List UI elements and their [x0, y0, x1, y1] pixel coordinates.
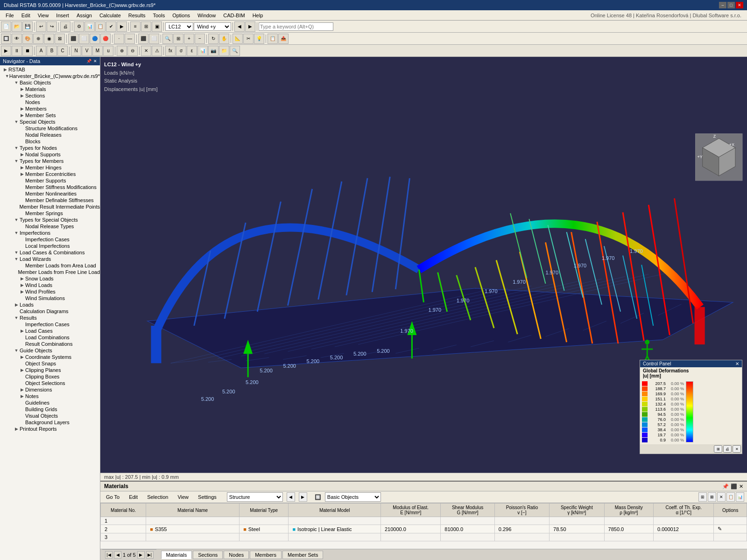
- expand-icon[interactable]: ▶: [19, 113, 25, 118]
- disp-btn-a[interactable]: A: [36, 46, 46, 56]
- prev-page-btn[interactable]: ◀: [114, 551, 121, 559]
- tree-item-background-layers[interactable]: Background Layers: [0, 419, 100, 426]
- expand-icon[interactable]: ▶: [19, 276, 25, 281]
- deselect-btn[interactable]: ⬜: [149, 34, 159, 44]
- render-btn[interactable]: 💡: [254, 34, 264, 44]
- next-page-btn[interactable]: ▶: [137, 551, 145, 559]
- del-btn[interactable]: ✕: [141, 46, 151, 56]
- tree-item-nodal-supports[interactable]: ▶Nodal Supports: [0, 151, 100, 158]
- anim-btn-3[interactable]: ⏹: [22, 46, 33, 56]
- menu-calculate[interactable]: Calculate: [96, 12, 125, 19]
- prev-lc-button[interactable]: ◀: [234, 21, 245, 32]
- menu-window[interactable]: Window: [194, 12, 219, 19]
- tree-item-member-supports[interactable]: Member Supports: [0, 177, 100, 184]
- edit-button[interactable]: Edit: [126, 493, 141, 501]
- expand-icon[interactable]: ▶: [19, 106, 25, 111]
- tree-item-building-grids[interactable]: Building Grids: [0, 406, 100, 413]
- tree-item-coordinate-systems[interactable]: ▶Coordinate Systems: [0, 354, 100, 360]
- warn-btn[interactable]: ⚠: [152, 46, 162, 56]
- search-input[interactable]: [259, 22, 333, 31]
- lc-type-selector[interactable]: Wind +y: [194, 22, 231, 31]
- bp-pin-icon[interactable]: 📌: [722, 483, 729, 490]
- view-btn-4[interactable]: 🔴: [100, 34, 111, 44]
- structure-filter[interactable]: Structure: [227, 492, 283, 502]
- display-btn-2[interactable]: 👁: [12, 34, 22, 44]
- tb-btn-2[interactable]: 📊: [85, 21, 95, 32]
- tree-item-clipping-boxes[interactable]: Clipping Boxes: [0, 373, 100, 380]
- new-button[interactable]: 📄: [1, 21, 11, 32]
- result-btn-1[interactable]: N: [71, 46, 81, 56]
- tab-member-sets[interactable]: Member Sets: [282, 551, 323, 559]
- filter-fwd-btn[interactable]: ▶: [299, 492, 307, 502]
- minimize-button[interactable]: –: [719, 2, 726, 8]
- view-btn-2[interactable]: ⬜: [79, 34, 89, 44]
- tree-item-sections[interactable]: ▶Sections: [0, 92, 100, 99]
- lc-selector[interactable]: LC12: [165, 22, 193, 31]
- bp-float-icon[interactable]: ⬛: [731, 483, 737, 490]
- menu-assign[interactable]: Assign: [73, 12, 96, 19]
- expand-icon[interactable]: ▶: [19, 87, 25, 91]
- zoom-fit-btn[interactable]: ⊞: [173, 34, 183, 44]
- tree-item-nodes[interactable]: Nodes: [0, 99, 100, 105]
- tree-item-snow-loads[interactable]: ▶Snow Loads: [0, 275, 100, 282]
- cp-btn-1[interactable]: ⊞: [714, 445, 722, 453]
- nav-pin-icon[interactable]: 📌: [86, 59, 92, 63]
- extra-btn-5[interactable]: 📷: [208, 46, 218, 56]
- tree-item-member-stiffness-modifications[interactable]: Member Stiffness Modifications: [0, 184, 100, 190]
- expand-icon[interactable]: ▼: [13, 80, 20, 85]
- result-btn-4[interactable]: u: [103, 46, 113, 56]
- expand-icon[interactable]: ▶: [19, 387, 25, 392]
- tree-item-member-eccentricities[interactable]: ▶Member Eccentricities: [0, 171, 100, 177]
- disp-btn-c[interactable]: C: [57, 46, 68, 56]
- expand-icon[interactable]: ▶: [19, 165, 25, 170]
- menu-insert[interactable]: Insert: [52, 12, 73, 19]
- zoom-out-btn[interactable]: −: [195, 34, 205, 44]
- section-btn[interactable]: ✂: [243, 34, 254, 44]
- rotate-btn[interactable]: ↻: [208, 34, 218, 44]
- expand-icon[interactable]: ▶: [2, 67, 8, 72]
- tree-item-types-for-members[interactable]: ▼Types for Members: [0, 158, 100, 164]
- extra-btn-4[interactable]: 📊: [197, 46, 208, 56]
- expand-icon[interactable]: ▼: [13, 315, 20, 320]
- tree-item-types-for-nodes[interactable]: ▼Types for Nodes: [0, 145, 100, 151]
- tree-item-special-objects[interactable]: ▼Special Objects: [0, 119, 100, 125]
- report-btn[interactable]: 📋: [268, 34, 278, 44]
- tree-item-nodal-release-types[interactable]: Nodal Release Types: [0, 223, 100, 230]
- expand-icon[interactable]: ▶: [13, 302, 20, 307]
- expand-icon[interactable]: ▼: [13, 159, 20, 163]
- tree-item-types-for-special-objects[interactable]: ▼Types for Special Objects: [0, 217, 100, 223]
- tb-btn-4[interactable]: ✔: [106, 21, 116, 32]
- objects-filter[interactable]: Basic Objects: [325, 492, 381, 502]
- display-btn-3[interactable]: 🎨: [22, 34, 33, 44]
- tab-sections[interactable]: Sections: [193, 551, 223, 559]
- bp-tool-2[interactable]: ⊠: [708, 492, 716, 502]
- expand-icon[interactable]: ▼: [13, 257, 20, 261]
- open-button[interactable]: 📂: [12, 21, 22, 32]
- table-row[interactable]: 3: [101, 533, 747, 541]
- result-btn-5[interactable]: ⊕: [117, 46, 127, 56]
- tree-item-visual-objects[interactable]: Visual Objects: [0, 413, 100, 419]
- menu-view[interactable]: View: [34, 12, 53, 19]
- tree-item-calculation-diagrams[interactable]: Calculation Diagrams: [0, 308, 100, 315]
- tree-item-guide-objects[interactable]: ▼Guide Objects: [0, 347, 100, 354]
- table-row[interactable]: 2■S355■Steel■Isotropic | Linear Elastic2…: [101, 525, 747, 533]
- zoom-in-btn[interactable]: +: [184, 34, 194, 44]
- tree-item-loads[interactable]: ▶Loads: [0, 301, 100, 308]
- print-button[interactable]: 🖨: [60, 21, 70, 32]
- tb-btn-3[interactable]: 📋: [95, 21, 106, 32]
- expand-icon[interactable]: ▶: [19, 283, 25, 287]
- expand-icon[interactable]: ▼: [13, 119, 20, 124]
- expand-icon[interactable]: ▼: [13, 231, 20, 235]
- display-btn-4[interactable]: ⊕: [33, 34, 43, 44]
- extra-btn-3[interactable]: ε: [187, 46, 197, 56]
- menu-file[interactable]: File: [2, 12, 18, 19]
- result-btn-2[interactable]: V: [82, 46, 92, 56]
- tree-item-member-sets[interactable]: ▶Member Sets: [0, 112, 100, 119]
- tree-item-local-imperfections[interactable]: Local Imperfections: [0, 243, 100, 249]
- tb-btn-8[interactable]: ▣: [152, 21, 162, 32]
- tree-item-result-combinations[interactable]: Result Combinations: [0, 341, 100, 347]
- tb-btn-1[interactable]: ⚙: [74, 21, 84, 32]
- first-page-btn[interactable]: |◀: [105, 551, 113, 559]
- tree-item-notes[interactable]: ▶Notes: [0, 393, 100, 399]
- tb-btn-6[interactable]: ≡: [130, 21, 141, 32]
